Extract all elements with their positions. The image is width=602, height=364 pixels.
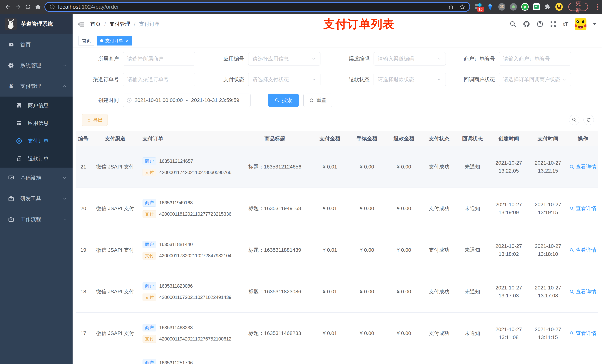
refund-status-select[interactable]: 请选择退款状态 (374, 73, 446, 86)
extensions-puzzle-icon[interactable] (544, 3, 551, 10)
browser-update-button[interactable]: 更新 (568, 3, 588, 11)
cell-pay-status: 支付成功 (422, 330, 456, 337)
cell-product-title: 标题：1635311823086 (238, 288, 311, 295)
browser-back-button[interactable] (3, 2, 13, 12)
tag-close-icon[interactable]: × (126, 38, 129, 43)
view-detail-link[interactable]: 查看详情 (570, 163, 596, 170)
cell-pay-amount: ¥ 0.01 (311, 247, 348, 253)
channel-code-select[interactable]: 请输入渠道编码 (374, 52, 446, 65)
merchant-order-no: 1635311881440 (159, 241, 193, 247)
filter-label: 应用编号 (207, 55, 244, 62)
sidebar-item-pay-management[interactable]: ¥ 支付管理 (0, 76, 73, 96)
github-icon[interactable] (523, 20, 530, 28)
merchant-input[interactable] (123, 52, 195, 65)
show-search-button[interactable] (569, 115, 580, 125)
cell-refund-amount: ¥ 0.00 (386, 247, 422, 253)
pay-order-icon: ¥ (16, 138, 22, 144)
site-info-icon[interactable] (49, 4, 55, 10)
sidebar-collapse-button[interactable] (73, 20, 87, 28)
cell-pay-order: 商户 1635311468233 支付 42000011942021102767… (137, 324, 238, 343)
avatar-caret-icon[interactable] (593, 23, 596, 27)
font-size-icon[interactable]: tT (563, 21, 568, 27)
refresh-icon (309, 98, 314, 103)
briefcase-icon (8, 196, 14, 202)
tag-pay-order[interactable]: 支付订单 × (97, 36, 132, 45)
reset-button-label: 重置 (316, 97, 327, 104)
sidebar-item-refund-order[interactable]: 退款订单 (0, 150, 73, 167)
table-row: 19 微信 JSAPI 支付 商户 1635311881440 支付 (76, 229, 598, 271)
sidebar-item-pay-order[interactable]: ¥ 支付订单 (0, 132, 73, 150)
export-button[interactable]: 导出 (82, 114, 108, 126)
sidebar-item-dev-tools[interactable]: 研发工具 (0, 188, 73, 209)
sidebar-item-workflow[interactable]: 工作流程 (0, 209, 73, 230)
cell-pay-channel: 微信 JSAPI 支付 (93, 288, 137, 295)
table-row: 21 微信 JSAPI 支付 商户 1635312124657 支付 (76, 146, 598, 188)
refund-doc-icon (16, 156, 22, 162)
callback-status-select[interactable]: 请选择订单回调商户状态 (499, 73, 571, 86)
sidebar-logo[interactable]: 芋道管理系统 (0, 14, 73, 34)
extension-record-icon[interactable] (510, 3, 517, 10)
tag-home[interactable]: 首页 (78, 36, 94, 45)
user-avatar[interactable] (575, 18, 586, 30)
chevron-down-icon (62, 217, 67, 222)
channel-order-no-input[interactable] (123, 73, 195, 86)
cell-create-time: 2021-10-27 13:17:03 (489, 284, 528, 300)
view-detail-link[interactable]: 查看详情 (570, 247, 596, 254)
cell-actions: 查看详情 (568, 288, 598, 295)
col-product-title: 商品标题 (238, 135, 311, 142)
sidebar-item-merchant-info[interactable]: 商户信息 (0, 96, 73, 114)
cell-pay-status: 支付成功 (422, 247, 456, 254)
date-range-picker[interactable]: 2021-10-01 00:00:00 - 2021-10-31 23:59:5… (123, 94, 251, 107)
filter-label: 支付状态 (207, 76, 244, 83)
search-button-label: 搜索 (282, 97, 292, 104)
tags-view-bar: 首页 支付订单 × (73, 34, 602, 47)
breadcrumb-home[interactable]: 首页 (90, 21, 101, 28)
profile-emoji-avatar[interactable] (555, 3, 563, 11)
sidebar-item-app-info[interactable]: 应用信息 (0, 114, 73, 132)
search-icon[interactable] (509, 21, 516, 28)
bookmark-star-icon[interactable] (459, 4, 465, 10)
browser-home-button[interactable] (33, 2, 43, 12)
extension-command-icon[interactable]: ⌘ (498, 3, 505, 10)
cell-pay-channel: 微信 JSAPI 支付 (93, 330, 137, 337)
col-pay-time: 支付时间 (528, 135, 568, 142)
table-row: 18 微信 JSAPI 支付 商户 1635311823086 支付 (76, 271, 598, 312)
merchant-order-no: 1635312124657 (159, 158, 193, 164)
browser-menu-dots-icon[interactable] (596, 3, 599, 11)
chevron-down-icon (311, 56, 316, 61)
browser-reload-button[interactable] (23, 2, 33, 12)
sidebar-item-infrastructure[interactable]: 基础设施 (0, 167, 73, 188)
extension-kite-icon[interactable] (486, 3, 494, 11)
breadcrumb-pay-management[interactable]: 支付管理 (110, 21, 130, 28)
extension-chat-icon[interactable] (533, 3, 540, 10)
search-icon (570, 206, 574, 211)
address-bar[interactable]: localhost:1024/pay/order (44, 2, 470, 12)
app-no-select[interactable]: 请选择应用信息 (248, 52, 321, 65)
merchant-order-no-input[interactable] (499, 52, 571, 65)
cell-refund-amount: ¥ 0.00 (386, 164, 422, 170)
help-icon[interactable] (537, 21, 544, 28)
pay-status-select[interactable]: 请选择支付状态 (248, 73, 321, 86)
cell-pay-amount: ¥ 0.01 (311, 164, 348, 170)
reset-button[interactable]: 重置 (303, 94, 332, 107)
fullscreen-icon[interactable] (550, 21, 557, 28)
channel-pay-no: 4200001173202110272847982104 (159, 253, 231, 259)
cell-pay-channel: 微信 JSAPI 支付 (93, 205, 137, 212)
view-detail-link[interactable]: 查看详情 (570, 288, 596, 295)
browser-forward-button[interactable] (13, 2, 23, 12)
cell-refund-amount: ¥ 0.00 (386, 206, 422, 211)
sidebar-item-system[interactable]: 系统管理 (0, 55, 73, 76)
search-button[interactable]: 搜索 (268, 94, 299, 107)
extension-tabs-icon[interactable]: 10 (475, 3, 482, 11)
merchant-tag: 商户 (142, 241, 156, 248)
view-detail-link[interactable]: 查看详情 (570, 205, 596, 212)
sidebar-item-home[interactable]: 首页 (0, 34, 73, 55)
share-icon[interactable] (448, 4, 454, 10)
cell-create-time: 2021-10-27 13:11:08 (489, 325, 528, 342)
top-navbar: 首页 / 支付管理 / 支付订单 支付订单列表 tT (73, 14, 602, 34)
extension-y-icon[interactable]: y (521, 3, 529, 11)
merchant-tag: 商户 (142, 359, 156, 364)
view-detail-link[interactable]: 查看详情 (570, 330, 596, 337)
refresh-table-button[interactable] (583, 115, 594, 125)
chevron-down-icon (62, 63, 67, 68)
